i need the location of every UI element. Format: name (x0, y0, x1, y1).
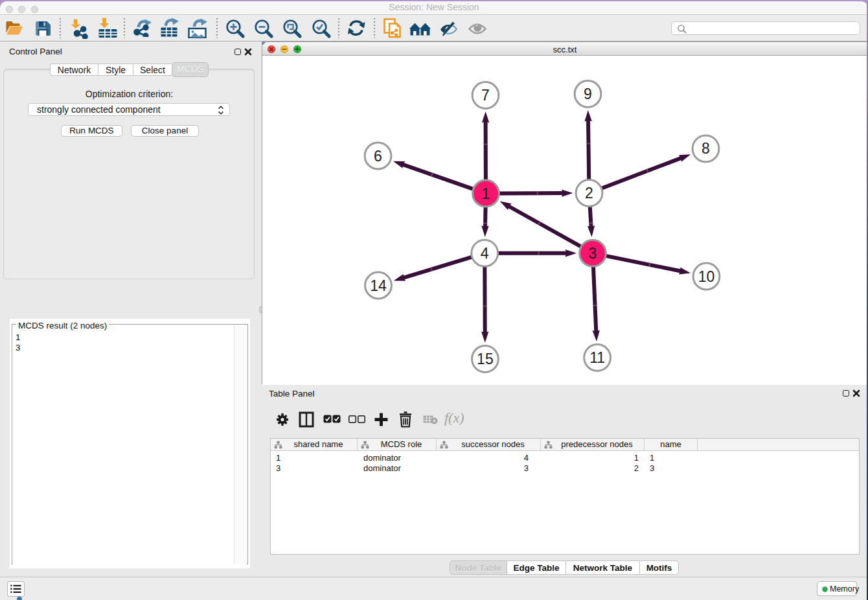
svg-text:10: 10 (698, 268, 715, 285)
svg-text:1: 1 (482, 185, 490, 202)
svg-text:3: 3 (589, 245, 597, 262)
svg-text:14: 14 (370, 277, 387, 294)
svg-text:9: 9 (584, 86, 592, 102)
svg-text:11: 11 (589, 349, 605, 366)
svg-text:4: 4 (481, 245, 489, 262)
svg-text:6: 6 (374, 148, 382, 165)
svg-text:15: 15 (477, 351, 494, 367)
svg-text:7: 7 (481, 87, 490, 104)
svg-text:8: 8 (702, 140, 710, 157)
svg-text:2: 2 (585, 185, 593, 202)
